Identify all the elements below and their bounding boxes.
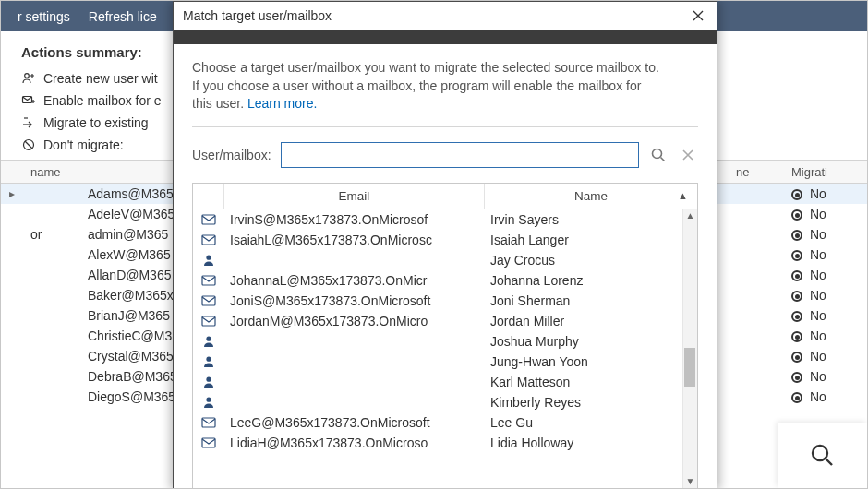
cell-name: Joshua Murphy xyxy=(485,334,697,349)
scroll-down-icon[interactable]: ▼ xyxy=(683,477,697,486)
bg-col-ne[interactable]: ne xyxy=(729,165,784,179)
user-icon xyxy=(193,254,224,267)
cell-email: IrvinS@M365x173873.OnMicrosof xyxy=(224,212,485,227)
list-item[interactable]: JoniS@M365x173873.OnMicrosoftJoni Sherma… xyxy=(193,291,697,311)
dialog-stripe xyxy=(174,30,717,44)
row-migration-cell[interactable]: No xyxy=(784,227,867,242)
user-plus-icon xyxy=(21,71,36,86)
row-migration-label: No xyxy=(806,186,826,201)
vertical-scrollbar[interactable]: ▲ ▼ xyxy=(682,209,697,488)
arrow-icon xyxy=(21,115,36,130)
sort-asc-icon: ▲ xyxy=(678,190,688,201)
list-item[interactable]: IrvinS@M365x173873.OnMicrosofIrvin Sayer… xyxy=(193,209,697,230)
radio-icon[interactable] xyxy=(791,392,802,403)
mail-icon xyxy=(193,275,224,286)
mail-icon xyxy=(193,295,224,306)
row-migration-cell[interactable]: No xyxy=(784,186,867,201)
list-item[interactable]: LidiaH@M365x173873.OnMicrosoLidia Hollow… xyxy=(193,433,697,453)
prohibit-icon xyxy=(21,137,36,152)
grid-body[interactable]: IrvinS@M365x173873.OnMicrosofIrvin Sayer… xyxy=(193,209,697,488)
summary-migrate-label: Migrate to existing xyxy=(43,115,149,130)
row-migration-cell[interactable]: No xyxy=(784,288,867,303)
radio-icon[interactable] xyxy=(791,230,802,241)
bg-col-name[interactable]: name xyxy=(23,165,80,179)
row-migration-label: No xyxy=(806,328,826,343)
bg-col-migration[interactable]: Migrati xyxy=(784,165,867,179)
cell-name: Johanna Lorenz xyxy=(485,273,697,288)
clear-search-button[interactable] xyxy=(678,145,698,165)
user-mailbox-search-input[interactable] xyxy=(281,142,639,168)
row-migration-label: No xyxy=(806,288,826,303)
row-migration-cell[interactable]: No xyxy=(784,247,867,262)
cell-name: Lee Gu xyxy=(485,415,697,430)
cell-email: LidiaH@M365x173873.OnMicroso xyxy=(224,435,485,450)
list-item[interactable]: IsaiahL@M365x173873.OnMicroscIsaiah Lang… xyxy=(193,230,697,250)
list-item[interactable]: Jay Crocus xyxy=(193,250,697,270)
radio-icon[interactable] xyxy=(791,311,802,322)
radio-icon[interactable] xyxy=(791,372,802,383)
search-label: User/mailbox: xyxy=(192,148,271,162)
cell-name: Isaiah Langer xyxy=(485,233,697,247)
row-migration-label: No xyxy=(806,389,826,404)
radio-icon[interactable] xyxy=(791,352,802,363)
grid-header: Email Name ▲ xyxy=(193,184,697,209)
row-migration-cell[interactable]: No xyxy=(784,389,867,404)
corner-search-tile[interactable] xyxy=(778,423,867,488)
svg-rect-15 xyxy=(202,438,215,447)
radio-icon[interactable] xyxy=(791,250,802,261)
row-migration-cell[interactable]: No xyxy=(784,328,867,343)
mail-icon xyxy=(193,417,224,428)
user-icon xyxy=(193,396,224,409)
svg-rect-14 xyxy=(202,418,215,427)
row-migration-cell[interactable]: No xyxy=(784,349,867,364)
grid-col-icon[interactable] xyxy=(193,184,224,209)
radio-icon[interactable] xyxy=(791,209,802,221)
toolbar-settings-button[interactable]: r settings xyxy=(8,9,79,24)
search-icon xyxy=(809,442,837,470)
radio-icon[interactable] xyxy=(791,291,802,302)
grid-col-name[interactable]: Name ▲ xyxy=(485,184,697,209)
cell-name: Kimberly Reyes xyxy=(485,395,697,410)
list-item[interactable]: Karl Matteson xyxy=(193,372,697,392)
radio-icon[interactable] xyxy=(791,270,802,281)
learn-more-link[interactable]: Learn more. xyxy=(247,96,317,111)
row-migration-cell[interactable]: No xyxy=(784,268,867,282)
svg-point-10 xyxy=(206,336,211,340)
search-button[interactable] xyxy=(648,145,669,165)
svg-point-12 xyxy=(206,376,211,381)
mail-icon xyxy=(193,316,224,327)
user-mailbox-grid: Email Name ▲ IrvinS@M365x173873.OnMicros… xyxy=(192,183,698,489)
list-item[interactable]: LeeG@M365x173873.OnMicrosoftLee Gu xyxy=(193,412,697,433)
cell-email: JoniS@M365x173873.OnMicrosoft xyxy=(224,293,485,308)
row-migration-label: No xyxy=(806,227,826,242)
list-item[interactable]: JordanM@M365x173873.OnMicroJordan Miller xyxy=(193,311,697,331)
summary-create-label: Create new user wit xyxy=(43,71,158,86)
list-item[interactable]: Joshua Murphy xyxy=(193,331,697,352)
svg-point-13 xyxy=(206,397,211,401)
svg-point-0 xyxy=(25,74,30,78)
close-button[interactable] xyxy=(689,6,707,25)
grid-col-email[interactable]: Email xyxy=(224,184,485,209)
row-migration-cell[interactable]: No xyxy=(784,207,867,221)
toolbar-refresh-button[interactable]: Refresh lice xyxy=(79,9,166,24)
cell-name: Lidia Holloway xyxy=(485,435,697,450)
row-migration-label: No xyxy=(806,349,826,364)
user-icon xyxy=(193,355,224,368)
list-item[interactable]: Jung-Hwan Yoon xyxy=(193,352,697,372)
cell-email: JohannaL@M365x173873.OnMicr xyxy=(224,273,485,288)
scroll-up-icon[interactable]: ▲ xyxy=(683,211,697,221)
radio-icon[interactable] xyxy=(791,189,802,200)
row-migration-label: No xyxy=(806,247,826,262)
row-name-cell: or xyxy=(23,227,80,242)
cell-name: Jordan Miller xyxy=(485,314,697,328)
list-item[interactable]: JohannaL@M365x173873.OnMicrJohanna Loren… xyxy=(193,270,697,291)
cell-name: Karl Matteson xyxy=(485,375,697,389)
dialog-titlebar: Match target user/mailbox xyxy=(174,2,717,30)
row-migration-label: No xyxy=(806,207,826,221)
list-item[interactable]: Kimberly Reyes xyxy=(193,392,697,412)
row-migration-cell[interactable]: No xyxy=(784,308,867,323)
scroll-thumb[interactable] xyxy=(684,348,695,387)
mail-plus-icon xyxy=(21,93,36,108)
radio-icon[interactable] xyxy=(791,331,802,342)
row-migration-cell[interactable]: No xyxy=(784,369,867,384)
